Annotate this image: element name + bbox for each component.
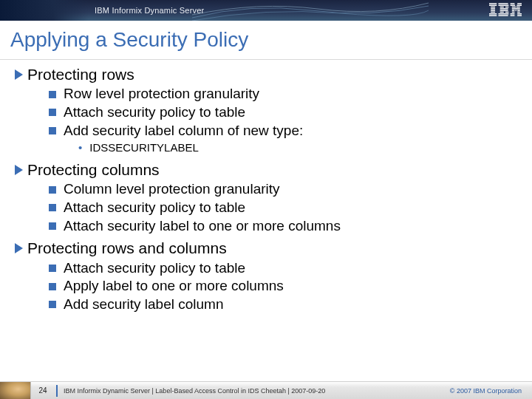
item-text: Row level protection granularity xyxy=(64,85,259,103)
svg-rect-15 xyxy=(505,12,508,13)
section-heading: Protecting rows and columns xyxy=(15,238,532,259)
footer-divider xyxy=(56,385,58,397)
title-region: Applying a Security Policy xyxy=(0,21,532,60)
item-text: Attach security label to one or more col… xyxy=(64,217,341,236)
svg-rect-1 xyxy=(489,5,497,6)
square-bullet-icon xyxy=(49,204,56,211)
triangle-bullet-icon xyxy=(15,243,23,253)
svg-rect-18 xyxy=(511,3,515,4)
svg-rect-31 xyxy=(517,13,522,14)
svg-rect-4 xyxy=(491,10,495,10)
section-items: Column level protection granularity Atta… xyxy=(15,180,532,235)
list-item: Attach security policy to table xyxy=(49,259,532,278)
item-text: Attach security policy to table xyxy=(64,103,245,122)
triangle-bullet-icon xyxy=(15,69,23,80)
list-item: Attach security policy to table xyxy=(49,199,532,217)
square-bullet-icon xyxy=(49,91,56,98)
svg-rect-16 xyxy=(498,13,508,14)
svg-rect-17 xyxy=(498,15,508,16)
item-text: Add security label column xyxy=(64,296,224,314)
section-heading-text: Protecting rows xyxy=(27,64,134,85)
slide-header: IBM Informix Dynamic Server xyxy=(0,0,532,21)
svg-rect-9 xyxy=(498,5,508,6)
svg-rect-19 xyxy=(517,3,522,4)
list-item: Add security label column of new type: xyxy=(49,122,532,140)
square-bullet-icon xyxy=(49,186,56,194)
section-heading-text: Protecting columns xyxy=(27,160,160,180)
list-item: Attach security label to one or more col… xyxy=(49,217,532,236)
svg-rect-29 xyxy=(517,12,520,13)
triangle-bullet-icon xyxy=(15,165,23,175)
svg-rect-33 xyxy=(517,15,522,16)
svg-rect-22 xyxy=(512,7,516,7)
item-text: Attach security policy to table xyxy=(64,199,245,217)
svg-rect-0 xyxy=(489,3,497,4)
slide-content: Protecting rows Row level protection gra… xyxy=(0,60,532,314)
square-bullet-icon xyxy=(49,109,56,116)
header-swoosh-graphic xyxy=(192,0,429,21)
svg-rect-24 xyxy=(512,8,520,9)
section-protecting-rows: Protecting rows Row level protection gra… xyxy=(15,64,532,157)
subitem-text: IDSSECURITYLABEL xyxy=(89,141,199,154)
square-bullet-icon xyxy=(49,265,56,272)
list-item: Add security label column xyxy=(49,296,532,314)
list-item: Apply label to one or more columns xyxy=(49,277,532,296)
svg-rect-10 xyxy=(500,7,504,7)
list-item: Column level protection granularity xyxy=(49,180,532,199)
sub-list-item: IDSSECURITYLABEL xyxy=(78,140,532,157)
product-name: IBM Informix Dynamic Server xyxy=(95,6,204,15)
svg-rect-11 xyxy=(505,7,508,7)
section-subitems: IDSSECURITYLABEL xyxy=(49,140,532,157)
svg-rect-20 xyxy=(511,5,516,6)
svg-rect-21 xyxy=(516,5,522,6)
section-heading: Protecting columns xyxy=(15,160,532,180)
svg-rect-6 xyxy=(489,13,497,14)
footer-copyright: © 2007 IBM Corporation xyxy=(450,387,532,395)
slide-footer: 24 IBM Informix Dynamic Server | Label-B… xyxy=(0,381,532,399)
square-bullet-icon xyxy=(49,301,56,308)
svg-rect-5 xyxy=(491,12,495,13)
section-protecting-rows-and-columns: Protecting rows and columns Attach secur… xyxy=(15,238,532,313)
item-text: Column level protection granularity xyxy=(64,180,280,199)
ibm-logo-icon xyxy=(489,3,522,16)
svg-rect-32 xyxy=(511,15,515,16)
square-bullet-icon xyxy=(49,283,56,290)
svg-rect-25 xyxy=(512,10,515,10)
section-items: Row level protection granularity Attach … xyxy=(15,85,532,157)
item-text: Attach security policy to table xyxy=(64,259,245,278)
section-heading-text: Protecting rows and columns xyxy=(27,238,227,259)
slide-title: Applying a Security Policy xyxy=(10,28,532,52)
svg-rect-23 xyxy=(516,7,520,7)
section-items: Attach security policy to table Apply la… xyxy=(15,259,532,314)
svg-rect-13 xyxy=(500,10,508,10)
list-item: Row level protection granularity xyxy=(49,85,532,103)
svg-rect-27 xyxy=(517,10,520,10)
svg-rect-7 xyxy=(489,15,497,16)
svg-rect-30 xyxy=(511,13,515,14)
item-text: Add security label column of new type: xyxy=(64,122,303,140)
svg-rect-26 xyxy=(516,10,516,10)
svg-rect-8 xyxy=(498,3,508,4)
svg-rect-3 xyxy=(491,8,495,9)
svg-rect-2 xyxy=(491,7,495,7)
page-number: 24 xyxy=(34,386,52,395)
footer-text: IBM Informix Dynamic Server | Label-Base… xyxy=(64,387,450,395)
list-item: Attach security policy to table xyxy=(49,103,532,122)
svg-rect-12 xyxy=(500,8,508,9)
svg-rect-14 xyxy=(500,12,504,13)
svg-rect-28 xyxy=(512,12,515,13)
section-protecting-columns: Protecting columns Column level protecti… xyxy=(15,160,532,235)
section-heading: Protecting rows xyxy=(15,64,532,85)
item-text: Apply label to one or more columns xyxy=(64,277,284,296)
header-accent xyxy=(0,0,89,21)
footer-thumbnail-icon xyxy=(0,382,31,400)
square-bullet-icon xyxy=(49,127,56,134)
square-bullet-icon xyxy=(49,222,56,230)
